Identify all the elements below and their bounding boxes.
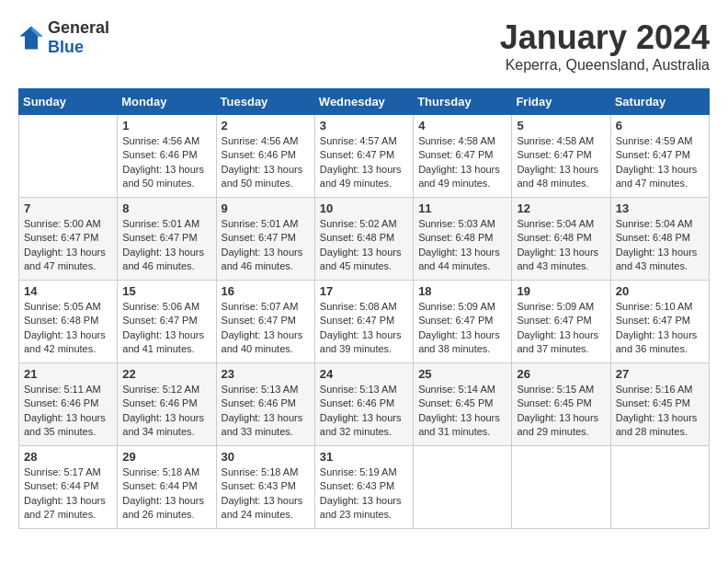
day-number: 13 <box>616 201 704 215</box>
weekday-header-saturday: Saturday <box>610 89 709 115</box>
calendar-cell: 1Sunrise: 4:56 AM Sunset: 6:46 PM Daylig… <box>118 115 216 198</box>
day-info: Sunrise: 5:00 AM Sunset: 6:47 PM Dayligh… <box>24 217 112 274</box>
location-subtitle: Keperra, Queensland, Australia <box>500 57 710 74</box>
day-number: 21 <box>24 367 112 381</box>
day-info: Sunrise: 5:01 AM Sunset: 6:47 PM Dayligh… <box>122 217 210 274</box>
weekday-header-tuesday: Tuesday <box>216 89 314 115</box>
calendar-cell: 24Sunrise: 5:13 AM Sunset: 6:46 PM Dayli… <box>314 363 413 446</box>
week-row-3: 14Sunrise: 5:05 AM Sunset: 6:48 PM Dayli… <box>19 281 710 363</box>
calendar-cell: 23Sunrise: 5:13 AM Sunset: 6:46 PM Dayli… <box>216 363 314 446</box>
day-info: Sunrise: 5:14 AM Sunset: 6:45 PM Dayligh… <box>418 383 506 440</box>
week-row-5: 28Sunrise: 5:17 AM Sunset: 6:44 PM Dayli… <box>19 446 710 529</box>
calendar-cell: 21Sunrise: 5:11 AM Sunset: 6:46 PM Dayli… <box>19 363 118 446</box>
calendar-cell: 5Sunrise: 4:58 AM Sunset: 6:47 PM Daylig… <box>512 115 610 198</box>
logo-blue: Blue <box>48 38 84 56</box>
calendar-cell <box>19 115 118 198</box>
day-number: 22 <box>122 367 210 381</box>
day-info: Sunrise: 5:04 AM Sunset: 6:48 PM Dayligh… <box>616 217 704 274</box>
calendar-cell: 31Sunrise: 5:19 AM Sunset: 6:43 PM Dayli… <box>314 446 413 529</box>
day-number: 26 <box>517 367 605 381</box>
day-info: Sunrise: 5:18 AM Sunset: 6:44 PM Dayligh… <box>122 465 210 523</box>
day-info: Sunrise: 4:58 AM Sunset: 6:47 PM Dayligh… <box>517 134 605 191</box>
calendar-cell <box>512 446 610 529</box>
title-block: January 2024 Keperra, Queensland, Austra… <box>500 18 710 74</box>
weekday-header-monday: Monday <box>118 89 216 115</box>
calendar-cell: 27Sunrise: 5:16 AM Sunset: 6:45 PM Dayli… <box>610 363 709 446</box>
day-info: Sunrise: 5:15 AM Sunset: 6:45 PM Dayligh… <box>517 383 605 440</box>
calendar-cell: 14Sunrise: 5:05 AM Sunset: 6:48 PM Dayli… <box>19 281 118 363</box>
calendar-cell: 6Sunrise: 4:59 AM Sunset: 6:47 PM Daylig… <box>610 115 709 198</box>
day-info: Sunrise: 5:16 AM Sunset: 6:45 PM Dayligh… <box>616 383 704 440</box>
calendar-cell: 2Sunrise: 4:56 AM Sunset: 6:46 PM Daylig… <box>216 115 314 198</box>
day-number: 8 <box>122 201 210 215</box>
calendar-cell: 28Sunrise: 5:17 AM Sunset: 6:44 PM Dayli… <box>19 446 118 529</box>
weekday-header-friday: Friday <box>512 89 610 115</box>
page-header: General Blue January 2024 Keperra, Queen… <box>18 18 710 74</box>
day-info: Sunrise: 4:57 AM Sunset: 6:47 PM Dayligh… <box>320 134 408 191</box>
day-number: 23 <box>222 367 310 381</box>
day-info: Sunrise: 5:04 AM Sunset: 6:48 PM Dayligh… <box>517 217 605 274</box>
day-number: 20 <box>616 284 704 298</box>
week-row-4: 21Sunrise: 5:11 AM Sunset: 6:46 PM Dayli… <box>19 363 710 446</box>
day-info: Sunrise: 5:05 AM Sunset: 6:48 PM Dayligh… <box>24 300 112 357</box>
day-number: 30 <box>222 450 310 464</box>
weekday-header-thursday: Thursday <box>414 89 512 115</box>
day-number: 11 <box>418 201 506 215</box>
day-number: 7 <box>24 201 112 215</box>
day-number: 1 <box>122 119 210 132</box>
day-info: Sunrise: 5:07 AM Sunset: 6:47 PM Dayligh… <box>222 300 310 357</box>
calendar-cell: 9Sunrise: 5:01 AM Sunset: 6:47 PM Daylig… <box>216 198 314 281</box>
day-info: Sunrise: 5:12 AM Sunset: 6:46 PM Dayligh… <box>122 383 210 440</box>
day-number: 19 <box>517 284 605 298</box>
day-number: 31 <box>320 450 408 464</box>
day-number: 2 <box>222 119 310 132</box>
day-info: Sunrise: 5:09 AM Sunset: 6:47 PM Dayligh… <box>418 300 506 357</box>
day-info: Sunrise: 5:03 AM Sunset: 6:48 PM Dayligh… <box>418 217 506 274</box>
day-info: Sunrise: 5:19 AM Sunset: 6:43 PM Dayligh… <box>320 465 408 523</box>
day-number: 9 <box>222 201 310 215</box>
day-number: 4 <box>418 119 506 132</box>
logo: General Blue <box>18 18 109 57</box>
day-number: 6 <box>616 119 704 132</box>
day-info: Sunrise: 5:06 AM Sunset: 6:47 PM Dayligh… <box>122 300 210 357</box>
day-number: 18 <box>418 284 506 298</box>
calendar-cell: 30Sunrise: 5:18 AM Sunset: 6:43 PM Dayli… <box>216 446 314 529</box>
day-number: 16 <box>222 284 310 298</box>
day-info: Sunrise: 5:09 AM Sunset: 6:47 PM Dayligh… <box>517 300 605 357</box>
day-number: 10 <box>320 201 408 215</box>
calendar-table: SundayMondayTuesdayWednesdayThursdayFrid… <box>18 88 710 529</box>
month-year-title: January 2024 <box>500 18 710 57</box>
day-number: 28 <box>24 450 112 464</box>
calendar-cell: 25Sunrise: 5:14 AM Sunset: 6:45 PM Dayli… <box>414 363 512 446</box>
day-info: Sunrise: 4:56 AM Sunset: 6:46 PM Dayligh… <box>222 134 310 191</box>
day-info: Sunrise: 5:08 AM Sunset: 6:47 PM Dayligh… <box>320 300 408 357</box>
calendar-cell: 20Sunrise: 5:10 AM Sunset: 6:47 PM Dayli… <box>610 281 709 363</box>
logo-general: General <box>48 18 109 37</box>
calendar-cell <box>610 446 709 529</box>
day-info: Sunrise: 5:02 AM Sunset: 6:48 PM Dayligh… <box>320 217 408 274</box>
day-number: 25 <box>418 367 506 381</box>
day-info: Sunrise: 5:13 AM Sunset: 6:46 PM Dayligh… <box>222 383 310 440</box>
day-number: 29 <box>122 450 210 464</box>
day-number: 12 <box>517 201 605 215</box>
calendar-cell: 12Sunrise: 5:04 AM Sunset: 6:48 PM Dayli… <box>512 198 610 281</box>
calendar-cell: 11Sunrise: 5:03 AM Sunset: 6:48 PM Dayli… <box>414 198 512 281</box>
calendar-cell: 8Sunrise: 5:01 AM Sunset: 6:47 PM Daylig… <box>118 198 216 281</box>
calendar-cell: 19Sunrise: 5:09 AM Sunset: 6:47 PM Dayli… <box>512 281 610 363</box>
day-info: Sunrise: 5:18 AM Sunset: 6:43 PM Dayligh… <box>222 465 310 523</box>
weekday-header-wednesday: Wednesday <box>314 89 413 115</box>
day-number: 14 <box>24 284 112 298</box>
day-number: 15 <box>122 284 210 298</box>
calendar-cell: 26Sunrise: 5:15 AM Sunset: 6:45 PM Dayli… <box>512 363 610 446</box>
week-row-2: 7Sunrise: 5:00 AM Sunset: 6:47 PM Daylig… <box>19 198 710 281</box>
calendar-cell: 10Sunrise: 5:02 AM Sunset: 6:48 PM Dayli… <box>314 198 413 281</box>
calendar-cell <box>414 446 512 529</box>
day-info: Sunrise: 4:56 AM Sunset: 6:46 PM Dayligh… <box>122 134 210 191</box>
day-info: Sunrise: 5:01 AM Sunset: 6:47 PM Dayligh… <box>222 217 310 274</box>
calendar-cell: 22Sunrise: 5:12 AM Sunset: 6:46 PM Dayli… <box>118 363 216 446</box>
calendar-cell: 18Sunrise: 5:09 AM Sunset: 6:47 PM Dayli… <box>414 281 512 363</box>
week-row-1: 1Sunrise: 4:56 AM Sunset: 6:46 PM Daylig… <box>19 115 710 198</box>
calendar-cell: 17Sunrise: 5:08 AM Sunset: 6:47 PM Dayli… <box>314 281 413 363</box>
day-info: Sunrise: 5:10 AM Sunset: 6:47 PM Dayligh… <box>616 300 704 357</box>
day-info: Sunrise: 5:17 AM Sunset: 6:44 PM Dayligh… <box>24 465 112 523</box>
